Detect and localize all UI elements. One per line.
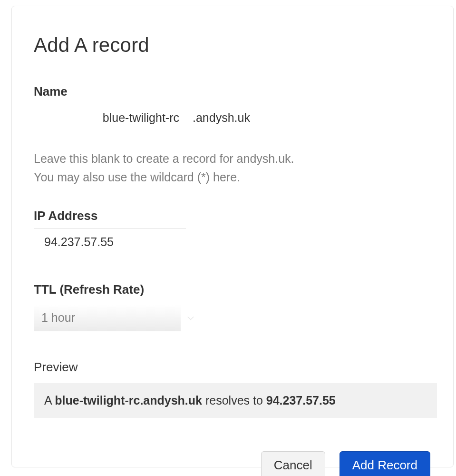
name-label: Name [34, 84, 431, 99]
domain-suffix: .andysh.uk [193, 111, 250, 125]
ip-input[interactable] [34, 228, 186, 256]
name-help-text: Leave this blank to create a record for … [34, 149, 431, 187]
preview-middle: resolves to [202, 394, 266, 407]
ttl-label: TTL (Refresh Rate) [34, 282, 431, 297]
name-row: .andysh.uk [34, 104, 431, 131]
name-input[interactable] [34, 104, 186, 131]
panel-title: Add A record [34, 34, 431, 57]
preview-host: blue-twilight-rc.andysh.uk [55, 394, 202, 407]
ip-label: IP Address [34, 208, 431, 223]
cancel-button[interactable]: Cancel [261, 451, 325, 476]
chevron-down-icon [187, 314, 194, 322]
preview-target: 94.237.57.55 [266, 394, 336, 407]
ttl-selected-value: 1 hour [41, 311, 75, 325]
add-a-record-panel: Add A record Name .andysh.uk Leave this … [11, 6, 454, 467]
ttl-select[interactable]: 1 hour [34, 305, 181, 331]
add-record-button[interactable]: Add Record [340, 451, 430, 476]
preview-prefix: A [44, 394, 55, 407]
preview-box: A blue-twilight-rc.andysh.uk resolves to… [34, 383, 437, 418]
button-row: Cancel Add Record [34, 451, 431, 476]
preview-label: Preview [34, 360, 431, 375]
